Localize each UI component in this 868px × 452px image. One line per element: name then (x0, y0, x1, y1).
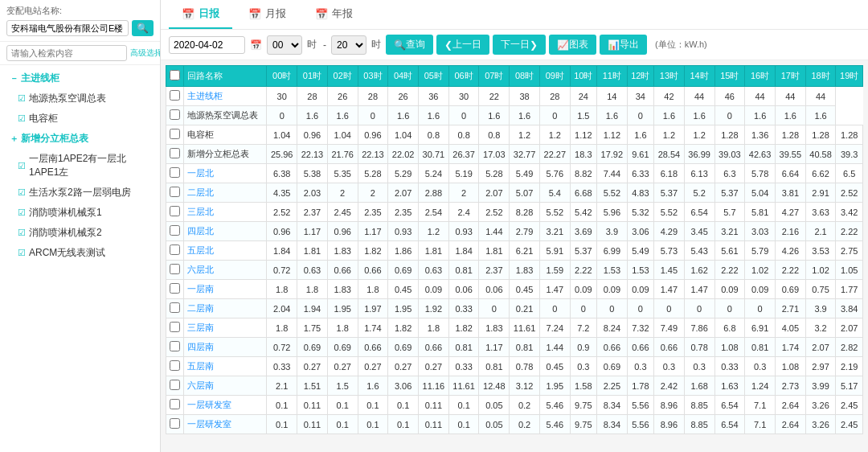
row-name-link[interactable]: 一层南 (187, 284, 214, 294)
station-input[interactable] (6, 20, 129, 36)
row-name-link[interactable]: 主进线柜 (187, 91, 223, 101)
row-checkbox[interactable] (170, 264, 180, 274)
row-7-col-5: 1.2 (419, 222, 449, 241)
row-checkbox[interactable] (170, 129, 180, 139)
row-name-link[interactable]: 五层南 (187, 361, 214, 371)
row-17-name[interactable]: 一层研发室 (184, 415, 267, 434)
prev-day-button[interactable]: ❮ 上一日 (436, 35, 489, 55)
row-checkbox[interactable] (170, 187, 180, 197)
row-checkbox[interactable] (170, 360, 180, 371)
row-12-name[interactable]: 三层南 (184, 318, 267, 338)
sidebar-item-water-pump[interactable]: ☑生活水泵2路一层弱电房 (0, 183, 160, 203)
next-day-button[interactable]: 下一日 ❯ (493, 35, 546, 55)
row-name-link[interactable]: 六层北 (187, 265, 214, 274)
row-name-link[interactable]: 六层南 (187, 380, 214, 390)
tab-monthly[interactable]: 📅月报 (235, 0, 299, 29)
row-11-col-11: 0 (596, 299, 627, 318)
row-checkbox[interactable] (170, 380, 180, 390)
row-14-name[interactable]: 五层南 (184, 357, 267, 376)
row-checkbox[interactable] (170, 418, 180, 429)
row-name-link[interactable]: 五层北 (187, 245, 214, 255)
row-13-name[interactable]: 四层南 (184, 338, 267, 357)
row-9-col-17: 2.22 (775, 261, 805, 280)
row-checkbox[interactable] (170, 322, 180, 332)
row-6-name[interactable]: 三层北 (184, 203, 267, 222)
row-checkbox[interactable] (170, 341, 180, 351)
sidebar-item-fire-pump2[interactable]: ☑消防喷淋机械泵2 (0, 223, 160, 243)
row-checkbox[interactable] (170, 206, 180, 216)
export-button[interactable]: 📊 导出 (600, 35, 647, 55)
advanced-filter-label[interactable]: 高级选择 (130, 47, 161, 59)
row-name-link[interactable]: 四层北 (187, 226, 214, 236)
sidebar-item-ground-heat-total[interactable]: ☑地源热泵空调总表 (0, 88, 160, 109)
row-5-col-11: 5.52 (596, 183, 627, 203)
table-row: 一层研发室0.10.110.10.10.10.110.10.050.25.469… (166, 415, 863, 434)
row-16-col-11: 8.34 (596, 396, 627, 415)
date-input[interactable] (169, 36, 245, 54)
table-row: 电容柜1.040.961.040.961.040.80.80.81.21.21.… (166, 125, 863, 145)
row-name-link[interactable]: 二层南 (187, 303, 214, 313)
sidebar-item-elec-cabinet[interactable]: ☑电容柜 (0, 109, 160, 129)
tab-daily[interactable]: 📅日报 (169, 0, 232, 29)
row-2-col-17: 1.28 (775, 125, 805, 145)
row-7-name[interactable]: 四层北 (184, 222, 267, 241)
row-10-col-1: 1.8 (297, 280, 328, 299)
sidebar-item-arcm[interactable]: ☑ARCM无线表测试 (0, 243, 160, 263)
row-name-link[interactable]: 一层研发室 (187, 419, 231, 429)
row-name-link[interactable]: 一层北 (187, 168, 214, 178)
row-17-col-15: 6.54 (714, 415, 745, 434)
row-8-name[interactable]: 五层北 (184, 241, 267, 261)
filter-input[interactable] (6, 45, 127, 61)
row-11-name[interactable]: 二层南 (184, 299, 267, 318)
row-10-name[interactable]: 一层南 (184, 280, 267, 299)
row-4-name[interactable]: 一层北 (184, 164, 267, 183)
sidebar-item-1f-1ape2[interactable]: ☑一层南1APE2有一层北1APE1左 (0, 149, 160, 183)
row-checkbox[interactable] (170, 244, 180, 255)
table-row: 二层北4.352.03222.072.8822.075.075.46.685.5… (166, 183, 863, 203)
row-name-link[interactable]: 二层北 (187, 187, 214, 197)
row-name-link[interactable]: 一层研发室 (187, 400, 231, 409)
row-2-col-7: 0.8 (479, 125, 510, 145)
sidebar-item-main-bus[interactable]: －主进线柜 (0, 68, 160, 88)
row-2-col-16: 1.36 (745, 125, 776, 145)
select-all-checkbox[interactable] (170, 70, 180, 80)
row-15-col-16: 1.24 (745, 376, 776, 396)
row-0-name[interactable]: 主进线柜 (184, 87, 267, 106)
query-button[interactable]: 🔍 查询 (386, 35, 433, 55)
row-8-col-1: 1.81 (297, 241, 328, 261)
row-9-name[interactable]: 六层北 (184, 261, 267, 280)
tab-yearly[interactable]: 📅年报 (302, 0, 366, 29)
row-15-name[interactable]: 六层南 (184, 376, 267, 396)
calendar-icon[interactable]: 📅 (250, 39, 262, 51)
row-13-col-1: 0.69 (297, 338, 328, 357)
row-checkbox[interactable] (170, 283, 180, 294)
row-name-link[interactable]: 三层北 (187, 207, 214, 216)
row-16-name[interactable]: 一层研发室 (184, 396, 267, 415)
row-7-col-19: 2.22 (836, 222, 863, 241)
sidebar-item-new-split-total[interactable]: ＋新增分立柜总表 (0, 129, 160, 149)
row-checkbox[interactable] (170, 399, 180, 409)
tab-monthly-icon: 📅 (248, 8, 261, 20)
row-5-col-6: 2 (448, 183, 479, 203)
row-checkbox[interactable] (170, 302, 180, 313)
col-header-13: 11时 (596, 66, 627, 87)
row-checkbox[interactable] (170, 148, 180, 158)
row-5-name[interactable]: 二层北 (184, 183, 267, 203)
row-15-col-4: 3.06 (388, 376, 419, 396)
chart-button[interactable]: 📈 图表 (549, 35, 596, 55)
station-search-button[interactable]: 🔍 (132, 20, 154, 36)
hour-select[interactable]: 0001020304050607080910111213141516171819… (267, 35, 302, 55)
row-name-link[interactable]: 三层南 (187, 323, 214, 332)
row-12-col-15: 6.8 (714, 318, 745, 338)
row-checkbox[interactable] (170, 167, 180, 178)
sidebar-item-fire-pump1[interactable]: ☑消防喷淋机械泵1 (0, 203, 160, 223)
minute-select[interactable]: 000510152025303540455055 (331, 35, 366, 55)
col-header-19: 17时 (775, 66, 805, 87)
row-name-link[interactable]: 四层南 (187, 342, 214, 351)
row-checkbox[interactable] (170, 225, 180, 236)
row-12-col-0: 1.8 (267, 318, 297, 338)
row-checkbox[interactable] (170, 90, 180, 101)
row-14-col-1: 0.27 (297, 357, 328, 376)
row-16-col-5: 0.11 (419, 396, 449, 415)
row-checkbox[interactable] (170, 109, 180, 120)
